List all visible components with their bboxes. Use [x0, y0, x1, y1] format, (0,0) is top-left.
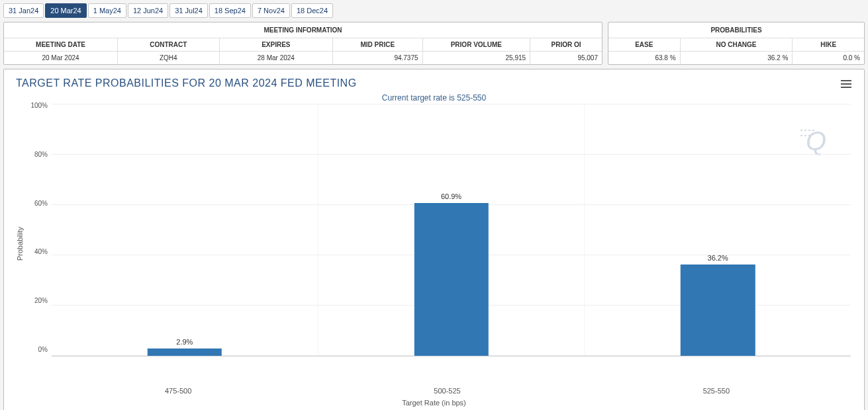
y-tick: 60% — [25, 199, 48, 206]
y-axis-title: Probability — [15, 227, 25, 261]
y-tick: 40% — [25, 248, 48, 255]
col-ease: EASE — [608, 38, 680, 52]
x-axis-title: Target Rate (in bps) — [11, 399, 857, 407]
cell-no-change: 36.2 % — [680, 52, 793, 65]
chart-body: Probability 100%80%60%40%20%0% Q 2.9%60.… — [11, 105, 857, 383]
tab-date-4[interactable]: 31 Jul24 — [169, 3, 208, 18]
tab-date-3[interactable]: 12 Jun24 — [128, 3, 168, 18]
col-mid-price: MID PRICE — [333, 38, 422, 52]
chart-column: 2.9% — [52, 105, 318, 356]
cell-ease: 63.8 % — [608, 52, 680, 65]
chart-column: 36.2% — [585, 105, 851, 356]
y-axis-ticks: 100%80%60%40%20%0% — [25, 105, 52, 356]
tab-date-2[interactable]: 1 May24 — [88, 3, 126, 18]
tab-date-1[interactable]: 20 Mar24 — [45, 3, 86, 18]
probabilities-title: PROBABILITIES — [608, 22, 864, 38]
grid-line — [52, 104, 851, 104]
y-tick: 100% — [25, 102, 48, 109]
x-tick: 475-500 — [44, 383, 313, 395]
chart-column: 60.9% — [318, 105, 585, 356]
cell-meeting-date: 20 Mar 2024 — [4, 52, 118, 65]
col-contract: CONTRACT — [118, 38, 220, 52]
cell-prior-oi: 95,007 — [530, 52, 602, 65]
cell-hike: 0.0 % — [793, 52, 864, 65]
chart-columns: 2.9%60.9%36.2% — [52, 105, 851, 356]
col-meeting-date: MEETING DATE — [4, 38, 118, 52]
chart-menu-icon[interactable] — [839, 77, 853, 91]
col-hike: HIKE — [793, 38, 864, 52]
cell-contract: ZQH4 — [118, 52, 220, 65]
y-tick: 0% — [25, 345, 48, 352]
cell-prior-volume: 25,915 — [422, 52, 530, 65]
col-expires: EXPIRES — [219, 38, 333, 52]
meeting-info-panel: MEETING INFORMATION MEETING DATE CONTRAC… — [3, 22, 603, 65]
bar[interactable] — [148, 348, 222, 356]
table-row: 20 Mar 2024 ZQH4 28 Mar 2024 94.7375 25,… — [4, 52, 602, 65]
cell-expires: 28 Mar 2024 — [219, 52, 333, 65]
tab-date-7[interactable]: 18 Dec24 — [291, 3, 333, 18]
plot-area: Q 2.9%60.9%36.2% — [52, 105, 851, 356]
bar[interactable] — [681, 265, 755, 356]
table-row: 63.8 % 36.2 % 0.0 % — [608, 52, 864, 65]
col-prior-volume: PRIOR VOLUME — [422, 38, 530, 52]
x-tick: 500-525 — [313, 383, 581, 395]
bar-label: 2.9% — [176, 338, 193, 346]
y-tick: 20% — [25, 297, 48, 304]
meeting-info-title: MEETING INFORMATION — [4, 22, 602, 38]
bar[interactable] — [414, 203, 488, 356]
tab-date-0[interactable]: 31 Jan24 — [3, 3, 44, 18]
y-tick: 80% — [25, 150, 48, 157]
tab-date-5[interactable]: 18 Sep24 — [209, 3, 251, 18]
col-no-change: NO CHANGE — [680, 38, 793, 52]
tab-date-6[interactable]: 7 Nov24 — [252, 3, 290, 18]
chart-subtitle: Current target rate is 525-550 — [11, 93, 857, 102]
chart-panel: TARGET RATE PROBABILITIES FOR 20 MAR 202… — [3, 69, 865, 410]
cell-mid-price: 94.7375 — [333, 52, 422, 65]
bar-label: 60.9% — [441, 192, 461, 200]
col-prior-oi: PRIOR OI — [530, 38, 602, 52]
probabilities-panel: PROBABILITIES EASE NO CHANGE HIKE 63.8 %… — [608, 22, 865, 65]
bar-label: 36.2% — [708, 254, 728, 262]
x-axis-ticks: 475-500500-525525-550 — [44, 383, 851, 395]
x-tick: 525-550 — [582, 383, 851, 395]
date-tabs: 31 Jan2420 Mar241 May2412 Jun2431 Jul241… — [3, 3, 865, 18]
chart-title: TARGET RATE PROBABILITIES FOR 20 MAR 202… — [11, 76, 357, 92]
